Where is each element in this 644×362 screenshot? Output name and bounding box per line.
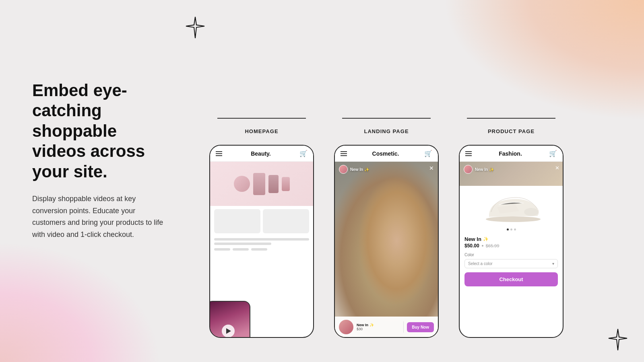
landing-avatar [339,165,348,174]
left-section: Embed eye-catching shoppable videos acro… [0,0,193,362]
star-logo-bottom [608,328,628,354]
line-2 [214,243,271,245]
landing-close-btn[interactable]: ✕ [428,165,435,171]
product-avatar [464,165,473,174]
landing-bottom-bar: New In ✨ $30 Buy Now [335,317,438,337]
product-column: PRODUCT PAGE Fashion. 🛒 [459,118,564,338]
grid-item-2 [263,209,309,233]
product-hero-bg: New In ✨ ✕ [460,162,563,226]
landing-title: Cosmetic. [372,150,399,157]
landing-hero: New In ✨ ✕ New In ✨ $30 Buy Now [335,162,438,337]
main-heading: Embed eye-catching shoppable videos acro… [32,80,169,182]
right-section: HOMEPAGE Beauty. 🛒 [193,0,644,362]
product-circle [234,176,250,192]
price-separator [482,245,483,247]
product-original-price: $65.99 [486,243,500,248]
landing-product-thumb [339,320,353,334]
line-small-2 [233,248,249,251]
landing-label-line [342,118,431,119]
line-1 [214,238,309,241]
product-topbar: Fashion. 🛒 [460,146,563,162]
homepage-label: HOMEPAGE [245,128,278,134]
product-dots [460,226,563,233]
line-small-1 [214,248,230,251]
landing-cart-icon: 🛒 [424,150,432,157]
landing-story-label: New In ✨ [350,167,369,172]
play-triangle [226,328,231,334]
color-placeholder: Select a color [468,261,493,266]
homepage-lines [210,237,313,247]
landing-product-name: New In ✨ [357,323,400,327]
dot-1 [507,228,509,230]
star-logo-top [185,16,205,42]
svg-point-1 [524,208,539,216]
landing-topbar: Cosmetic. 🛒 [335,146,438,162]
product-shoe-area [460,186,563,226]
product-price-row: $50.00 $65.99 [464,243,558,249]
dot-3 [514,228,516,230]
product-title: Fashion. [499,150,522,157]
svg-point-0 [486,216,541,222]
product-story-overlay: New In ✨ ✕ [460,162,563,177]
color-select[interactable]: Select a color ▾ [464,259,558,268]
homepage-column: HOMEPAGE Beauty. 🛒 [209,118,314,338]
sub-text: Display shoppable videos at key conversi… [32,193,169,241]
product-rect3 [282,177,290,191]
homepage-phone: Beauty. 🛒 [209,145,314,338]
play-button[interactable] [222,325,235,337]
hamburger-icon [216,151,222,156]
color-label: Color [464,253,558,257]
product-title-row: New In ✨ [464,236,558,242]
product-story-label: New In ✨ [475,167,494,172]
dot-2 [510,228,512,230]
product-phone: Fashion. 🛒 New In ✨ ✕ [459,145,564,338]
homepage-hero [210,162,313,206]
checkout-button[interactable]: Checkout [464,272,558,286]
landing-product-info: New In ✨ $30 [357,323,400,331]
landing-column: LANDING PAGE Cosmetic. 🛒 [334,118,439,338]
page-layout: Embed eye-catching shoppable videos acro… [0,0,644,362]
grid-item-1 [214,209,260,233]
homepage-lines-row [210,247,313,252]
video-overlay[interactable] [209,301,250,338]
product-name: New In [464,236,481,242]
cart-icon: 🛒 [299,150,308,157]
product-rect1 [253,173,265,195]
shoe-illustration [483,192,539,220]
product-sparkle: ✨ [483,237,489,242]
product-price: $50.00 [464,243,479,249]
story-strip: New In ✨ ✕ [460,162,563,186]
product-label: PRODUCT PAGE [488,128,535,134]
color-chevron: ▾ [552,261,554,266]
homepage-title: Beauty. [251,150,271,157]
hero-products [234,173,290,195]
product-label-line [467,118,555,119]
landing-face [335,162,438,337]
line-small-3 [251,248,267,251]
homepage-topbar: Beauty. 🛒 [210,146,313,162]
homepage-label-line [217,118,306,119]
landing-product-price: $30 [357,327,400,331]
product-hero: New In ✨ ✕ [460,162,563,226]
landing-buy-button[interactable]: Buy Now [407,322,434,332]
product-rect2 [268,175,279,193]
product-hamburger [465,151,472,156]
product-close-btn[interactable]: ✕ [555,165,559,171]
divider [403,321,404,333]
landing-overlay: New In ✨ [335,162,438,177]
product-content: New In ✨ $50.00 $65.99 Color Select a co… [460,233,563,290]
landing-label: LANDING PAGE [364,128,409,134]
homepage-grid [210,206,313,237]
landing-hamburger [341,151,347,156]
product-cart-icon: 🛒 [549,150,557,157]
landing-phone: Cosmetic. 🛒 New In ✨ ✕ [334,145,439,338]
